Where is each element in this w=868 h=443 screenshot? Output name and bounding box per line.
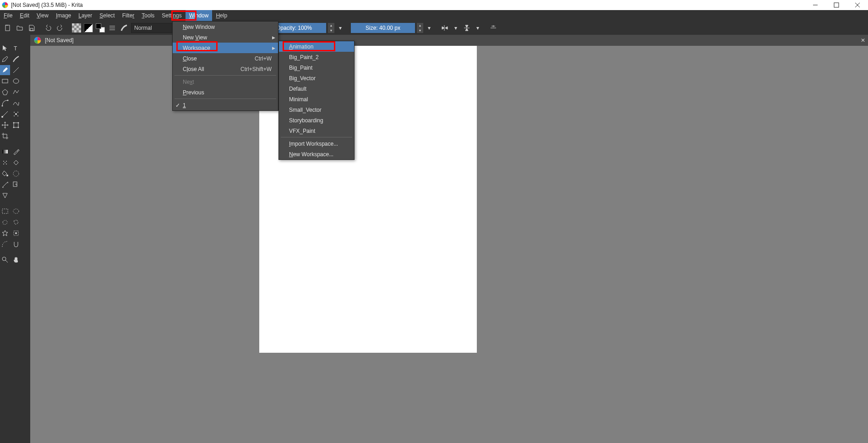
contiguous-select-tool[interactable] [0, 228, 10, 238]
freehand-brush-tool[interactable] [0, 65, 10, 75]
workspace-item-big_paint[interactable]: Big_Paint [279, 62, 354, 73]
rectangle-tool[interactable] [0, 76, 10, 86]
brush-presets-button[interactable] [107, 23, 117, 33]
size-dropdown-button[interactable]: ▾ [425, 23, 433, 33]
calligraphy-tool[interactable] [11, 54, 21, 64]
redo-button[interactable] [55, 23, 65, 33]
close-document-button[interactable]: ✕ [861, 37, 865, 44]
dynamic-brush-tool[interactable] [0, 109, 10, 119]
ellipse-select-tool[interactable] [11, 206, 21, 216]
pattern-button[interactable] [71, 23, 82, 33]
size-stepper[interactable]: ▲▼ [417, 23, 423, 33]
mirror-vertical-button[interactable] [462, 23, 472, 33]
workspace-item-minimal[interactable]: Minimal [279, 94, 354, 104]
workspace-item-animation[interactable]: Animation [279, 41, 354, 52]
rect-select-tool[interactable] [0, 206, 10, 216]
gradient-button[interactable] [83, 23, 93, 33]
menu-edit[interactable]: Edit [16, 10, 33, 21]
mirror-horizontal-button[interactable] [440, 23, 450, 33]
menu-help[interactable]: Help [212, 10, 231, 21]
close-button[interactable] [847, 0, 868, 10]
panel-divider[interactable] [21, 35, 30, 443]
zoom-tool[interactable] [0, 255, 10, 265]
freehand-path-tool[interactable] [11, 98, 21, 108]
bezier-tool[interactable] [0, 98, 10, 108]
workspace-item-new-workspace-[interactable]: New Workspace... [279, 149, 354, 159]
reference-tool[interactable] [11, 180, 21, 190]
undo-button[interactable] [43, 23, 53, 33]
line-tool[interactable] [11, 65, 21, 75]
color-picker-tool[interactable] [11, 147, 21, 157]
polyline-tool[interactable] [11, 87, 21, 97]
open-file-button[interactable] [15, 23, 25, 33]
workspace-item-import-workspace-[interactable]: Import Workspace... [279, 138, 354, 149]
reference-tool-2[interactable] [0, 191, 10, 201]
edit-shapes-tool[interactable] [0, 54, 10, 64]
pan-tool[interactable] [11, 255, 21, 265]
window-menu-item-new-view[interactable]: New View▶ [173, 32, 278, 43]
workspace-item-default[interactable]: Default [279, 83, 354, 94]
mirror-h-dropdown[interactable]: ▾ [452, 23, 460, 33]
menu-filter[interactable]: Filter [119, 10, 138, 21]
menu-settings[interactable]: Settings [158, 10, 185, 21]
polygon-select-tool[interactable] [11, 217, 21, 227]
measure-tool[interactable] [0, 180, 10, 190]
freehand-select-tool[interactable] [0, 217, 10, 227]
window-menu-item-close-all[interactable]: Close AllCtrl+Shift+W [173, 64, 278, 74]
svg-rect-17 [2, 79, 8, 83]
similar-select-tool[interactable] [11, 228, 21, 238]
opacity-label: Opacity: 100% [276, 25, 312, 31]
polygon-tool[interactable] [0, 87, 10, 97]
opacity-stepper[interactable]: ▲▼ [328, 23, 334, 33]
document-tab-bar: [Not Saved] ✕ [30, 35, 868, 46]
menu-select[interactable]: Select [96, 10, 118, 21]
menu-layer[interactable]: Layer [75, 10, 96, 21]
mirror-v-dropdown[interactable]: ▾ [474, 23, 482, 33]
svg-point-29 [18, 122, 19, 124]
svg-point-35 [3, 164, 4, 164]
menu-view[interactable]: View [33, 10, 52, 21]
save-file-button[interactable] [27, 23, 37, 33]
workspace-item-big_vector[interactable]: Big_Vector [279, 73, 354, 83]
transform-tool[interactable] [0, 43, 10, 53]
wrap-around-button[interactable] [488, 23, 498, 33]
menu-tools[interactable]: Tools [138, 10, 158, 21]
magnetic-select-tool[interactable] [11, 239, 21, 249]
window-menu-item-close[interactable]: CloseCtrl+W [173, 53, 278, 64]
menu-file[interactable]: File [0, 10, 16, 21]
document-tab-label[interactable]: [Not Saved] [45, 37, 74, 44]
menu-window[interactable]: Window [186, 10, 213, 21]
canvas-area[interactable] [30, 46, 868, 443]
fg-bg-color-button[interactable] [95, 23, 105, 33]
assistant-tool[interactable] [11, 169, 21, 179]
svg-point-47 [15, 232, 17, 234]
size-field[interactable]: Size: 40.00 px [351, 23, 415, 33]
transform-tool-2[interactable] [11, 120, 21, 130]
maximize-button[interactable] [826, 0, 847, 10]
ellipse-tool[interactable] [11, 76, 21, 86]
tool-panel: T [0, 35, 21, 443]
multi-brush-tool[interactable] [11, 109, 21, 119]
move-tool[interactable] [0, 120, 10, 130]
opacity-dropdown-button[interactable]: ▾ [336, 23, 344, 33]
brush-editor-button[interactable] [119, 23, 129, 33]
smart-patch-tool[interactable] [11, 158, 21, 168]
window-menu-item-previous[interactable]: Previous [173, 87, 278, 98]
workspace-item-big_paint_2[interactable]: Big_Paint_2 [279, 52, 354, 62]
svg-point-45 [13, 209, 19, 213]
workspace-item-vfx_paint[interactable]: VFX_Paint [279, 126, 354, 136]
window-menu-item-1[interactable]: ✓1 [173, 100, 278, 110]
new-file-button[interactable] [3, 23, 13, 33]
bezier-select-tool[interactable] [0, 239, 10, 249]
workspace-item-storyboarding[interactable]: Storyboarding [279, 115, 354, 126]
minimize-button[interactable] [805, 0, 826, 10]
text-tool[interactable]: T [11, 43, 21, 53]
pattern-edit-tool[interactable] [0, 158, 10, 168]
workspace-item-small_vector[interactable]: Small_Vector [279, 104, 354, 115]
fill-tool[interactable] [0, 169, 10, 179]
window-menu-item-workspace[interactable]: Workspace▶ [173, 43, 278, 53]
window-menu-item-new-window[interactable]: New Window [173, 22, 278, 32]
menu-image[interactable]: Image [52, 10, 75, 21]
crop-tool[interactable] [0, 131, 10, 141]
gradient-tool[interactable] [0, 147, 10, 157]
